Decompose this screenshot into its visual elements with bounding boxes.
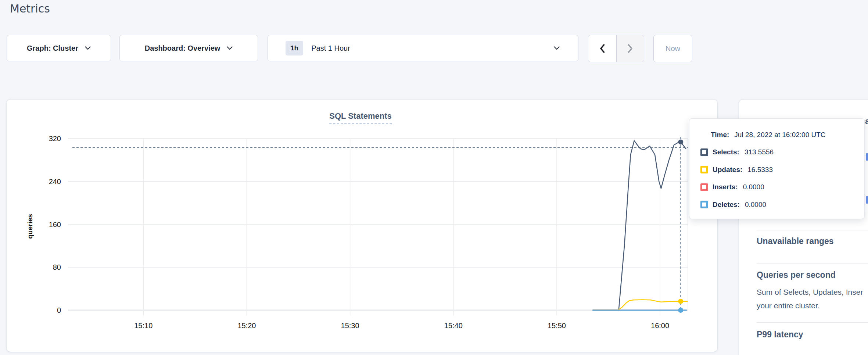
- chevron-right-icon: [627, 44, 634, 53]
- time-pager: [588, 35, 644, 62]
- y-tick-label: 0: [57, 306, 61, 314]
- tooltip-series-row: Deletes: 0.0000: [689, 196, 864, 214]
- updates-legend-icon: [700, 166, 708, 173]
- dashboard-dropdown[interactable]: Dashboard: Overview: [119, 35, 258, 61]
- series-line-updates: [593, 300, 687, 310]
- x-tick-label: 15:40: [444, 322, 463, 330]
- metrics-page: { "page": { "title": "Metrics" }, "toolb…: [0, 0, 868, 355]
- deletes-legend-icon: [700, 201, 708, 208]
- tooltip-series-row: Inserts: 0.0000: [689, 179, 864, 196]
- chevron-down-icon: [554, 46, 560, 50]
- prev-time-button[interactable]: [588, 35, 616, 62]
- tooltip-time-row: Time: Jul 28, 2022 at 16:02:00 UTC: [689, 126, 864, 144]
- tooltip-series-value: 0.0000: [743, 183, 764, 191]
- chart-tooltip: Time: Jul 28, 2022 at 16:02:00 UTC Selec…: [689, 118, 865, 219]
- sidebar-item-description: your entire cluster.: [757, 301, 820, 310]
- y-tick-label: 160: [49, 220, 61, 229]
- sidebar-item-p99-latency: P99 latency: [757, 330, 803, 340]
- x-tick-label: 15:30: [341, 322, 359, 330]
- y-tick-label: 80: [53, 263, 61, 271]
- tooltip-series-label: Updates:: [713, 166, 742, 174]
- x-tick-label: 15:10: [134, 322, 153, 330]
- selects-legend-icon: [700, 148, 708, 156]
- sidebar-item-queries-per-second: Queries per second: [757, 270, 836, 280]
- tooltip-series-value: 16.5333: [747, 166, 773, 174]
- hover-dot-deletes: [678, 308, 683, 313]
- tooltip-series-row: Selects: 313.5556: [689, 144, 864, 161]
- tooltip-series-value: 313.5556: [745, 148, 774, 156]
- time-range-badge: 1h: [286, 41, 303, 55]
- tooltip-series-value: 0.0000: [745, 201, 766, 209]
- x-tick-label: 16:00: [651, 322, 669, 330]
- graph-scope-dropdown[interactable]: Graph: Cluster: [7, 35, 111, 61]
- tooltip-series-label: Selects:: [713, 148, 739, 156]
- sql-statements-card: SQL Statements 08016024032015:1015:2015:…: [7, 100, 717, 352]
- tooltip-series-label: Deletes:: [713, 201, 740, 209]
- sidebar-item-description: Sum of Selects, Updates, Inser: [757, 288, 863, 297]
- now-button[interactable]: Now: [653, 35, 692, 62]
- tooltip-time-label: Time:: [711, 131, 729, 139]
- sidebar-divider: [757, 230, 868, 230]
- sql-statements-chart[interactable]: 08016024032015:1015:2015:3015:4015:5016:…: [7, 100, 717, 352]
- time-range-label: Past 1 Hour: [311, 44, 350, 53]
- dashboard-label: Dashboard: Overview: [145, 44, 220, 53]
- series-line-selects: [593, 141, 686, 310]
- y-tick-label: 320: [49, 135, 61, 143]
- clipped-text-fragment: a: [865, 116, 868, 126]
- x-tick-label: 15:50: [548, 322, 566, 330]
- chevron-down-icon: [85, 46, 91, 50]
- chevron-left-icon: [599, 44, 606, 53]
- y-tick-label: 240: [49, 178, 61, 186]
- y-axis-label: queries: [26, 214, 34, 239]
- x-tick-label: 15:20: [237, 322, 256, 330]
- next-time-button[interactable]: [616, 35, 644, 62]
- tooltip-series-label: Inserts:: [713, 183, 738, 191]
- sidebar-item-unavailable-ranges: Unavailable ranges: [757, 236, 834, 246]
- clipped-link-fragment: [866, 196, 868, 204]
- tooltip-time-value: Jul 28, 2022 at 16:02:00 UTC: [734, 131, 825, 139]
- chevron-down-icon: [227, 46, 233, 50]
- sidebar-divider: [757, 263, 868, 264]
- sidebar-divider: [757, 322, 868, 323]
- time-range-dropdown[interactable]: 1h Past 1 Hour: [268, 35, 578, 61]
- tooltip-series-row: Updates: 16.5333: [689, 161, 864, 179]
- graph-scope-label: Graph: Cluster: [27, 44, 78, 53]
- hover-dot-updates: [678, 299, 683, 304]
- clipped-link-fragment: [866, 153, 868, 161]
- hover-dot-selects: [678, 139, 683, 144]
- page-title: Metrics: [10, 2, 50, 15]
- inserts-legend-icon: [700, 183, 708, 191]
